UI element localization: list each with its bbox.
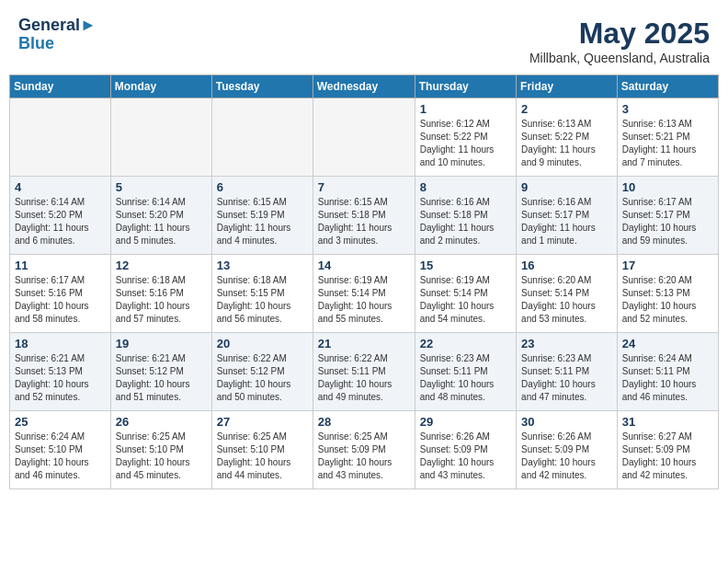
calendar-day-cell: 26Sunrise: 6:25 AMSunset: 5:10 PMDayligh… bbox=[110, 411, 211, 489]
calendar-day-cell: 20Sunrise: 6:22 AMSunset: 5:12 PMDayligh… bbox=[211, 333, 313, 411]
day-number: 19 bbox=[116, 337, 207, 350]
calendar-day-cell: 16Sunrise: 6:20 AMSunset: 5:14 PMDayligh… bbox=[517, 255, 618, 333]
day-info: Sunrise: 6:19 AMSunset: 5:14 PMDaylight:… bbox=[318, 274, 410, 326]
day-info: Sunrise: 6:26 AMSunset: 5:09 PMDaylight:… bbox=[521, 431, 612, 482]
day-number: 13 bbox=[217, 259, 308, 272]
calendar-day-cell: 21Sunrise: 6:22 AMSunset: 5:11 PMDayligh… bbox=[313, 333, 415, 411]
day-number: 7 bbox=[318, 180, 410, 194]
calendar-day-cell: 27Sunrise: 6:25 AMSunset: 5:10 PMDayligh… bbox=[211, 411, 313, 489]
calendar-day-cell: 17Sunrise: 6:20 AMSunset: 5:13 PMDayligh… bbox=[617, 255, 718, 333]
weekday-header-row: SundayMondayTuesdayWednesdayThursdayFrid… bbox=[10, 75, 719, 98]
calendar-day-cell: 25Sunrise: 6:24 AMSunset: 5:10 PMDayligh… bbox=[10, 411, 111, 489]
weekday-header-cell: Tuesday bbox=[211, 75, 313, 98]
calendar-body: 1Sunrise: 6:12 AMSunset: 5:22 PMDaylight… bbox=[10, 98, 719, 489]
calendar-day-cell: 15Sunrise: 6:19 AMSunset: 5:14 PMDayligh… bbox=[415, 255, 516, 333]
calendar-day-cell: 19Sunrise: 6:21 AMSunset: 5:12 PMDayligh… bbox=[110, 333, 211, 411]
calendar-day-cell: 14Sunrise: 6:19 AMSunset: 5:14 PMDayligh… bbox=[313, 255, 415, 333]
day-number: 20 bbox=[217, 337, 308, 350]
day-info: Sunrise: 6:17 AMSunset: 5:17 PMDaylight:… bbox=[622, 196, 713, 247]
day-number: 28 bbox=[318, 415, 410, 429]
weekday-header-cell: Wednesday bbox=[313, 75, 415, 98]
day-info: Sunrise: 6:16 AMSunset: 5:18 PMDaylight:… bbox=[420, 196, 511, 247]
day-number: 22 bbox=[420, 337, 511, 350]
weekday-header-cell: Sunday bbox=[10, 75, 111, 98]
day-info: Sunrise: 6:15 AMSunset: 5:18 PMDaylight:… bbox=[318, 196, 410, 247]
day-number: 23 bbox=[521, 337, 612, 350]
calendar-day-cell: 11Sunrise: 6:17 AMSunset: 5:16 PMDayligh… bbox=[10, 255, 111, 333]
calendar-day-cell bbox=[110, 98, 211, 177]
day-info: Sunrise: 6:24 AMSunset: 5:11 PMDaylight:… bbox=[622, 352, 713, 404]
day-info: Sunrise: 6:14 AMSunset: 5:20 PMDaylight:… bbox=[15, 196, 106, 247]
calendar-week-row: 18Sunrise: 6:21 AMSunset: 5:13 PMDayligh… bbox=[10, 333, 719, 411]
day-info: Sunrise: 6:23 AMSunset: 5:11 PMDaylight:… bbox=[420, 352, 511, 404]
logo: General►Blue bbox=[18, 17, 97, 53]
day-number: 21 bbox=[318, 337, 410, 350]
calendar-day-cell: 13Sunrise: 6:18 AMSunset: 5:15 PMDayligh… bbox=[211, 255, 313, 333]
calendar-day-cell: 10Sunrise: 6:17 AMSunset: 5:17 PMDayligh… bbox=[617, 177, 718, 255]
day-number: 14 bbox=[318, 259, 410, 272]
day-info: Sunrise: 6:13 AMSunset: 5:21 PMDaylight:… bbox=[622, 118, 713, 169]
day-info: Sunrise: 6:20 AMSunset: 5:14 PMDaylight:… bbox=[521, 274, 612, 326]
day-info: Sunrise: 6:17 AMSunset: 5:16 PMDaylight:… bbox=[15, 274, 106, 326]
calendar-day-cell: 24Sunrise: 6:24 AMSunset: 5:11 PMDayligh… bbox=[617, 333, 718, 411]
calendar-day-cell: 4Sunrise: 6:14 AMSunset: 5:20 PMDaylight… bbox=[10, 177, 111, 255]
day-info: Sunrise: 6:25 AMSunset: 5:10 PMDaylight:… bbox=[116, 431, 207, 482]
calendar-day-cell: 28Sunrise: 6:25 AMSunset: 5:09 PMDayligh… bbox=[313, 411, 415, 489]
calendar-day-cell: 6Sunrise: 6:15 AMSunset: 5:19 PMDaylight… bbox=[211, 177, 313, 255]
calendar-day-cell: 7Sunrise: 6:15 AMSunset: 5:18 PMDaylight… bbox=[313, 177, 415, 255]
day-info: Sunrise: 6:13 AMSunset: 5:22 PMDaylight:… bbox=[521, 118, 612, 169]
title-block: May 2025 Millbank, Queensland, Australia bbox=[529, 17, 710, 65]
day-number: 1 bbox=[420, 102, 511, 116]
day-info: Sunrise: 6:20 AMSunset: 5:13 PMDaylight:… bbox=[622, 274, 713, 326]
day-info: Sunrise: 6:16 AMSunset: 5:17 PMDaylight:… bbox=[521, 196, 612, 247]
day-info: Sunrise: 6:21 AMSunset: 5:12 PMDaylight:… bbox=[116, 352, 207, 404]
day-number: 30 bbox=[521, 415, 612, 429]
calendar-table: SundayMondayTuesdayWednesdayThursdayFrid… bbox=[9, 75, 719, 489]
day-info: Sunrise: 6:25 AMSunset: 5:09 PMDaylight:… bbox=[318, 431, 410, 482]
calendar-day-cell: 18Sunrise: 6:21 AMSunset: 5:13 PMDayligh… bbox=[10, 333, 111, 411]
day-info: Sunrise: 6:26 AMSunset: 5:09 PMDaylight:… bbox=[420, 431, 511, 482]
calendar-day-cell bbox=[211, 98, 313, 177]
day-number: 4 bbox=[15, 180, 106, 194]
day-number: 16 bbox=[521, 259, 612, 272]
weekday-header-cell: Monday bbox=[110, 75, 211, 98]
calendar-day-cell: 23Sunrise: 6:23 AMSunset: 5:11 PMDayligh… bbox=[517, 333, 618, 411]
calendar-week-row: 4Sunrise: 6:14 AMSunset: 5:20 PMDaylight… bbox=[10, 177, 719, 255]
calendar-day-cell: 12Sunrise: 6:18 AMSunset: 5:16 PMDayligh… bbox=[110, 255, 211, 333]
day-number: 2 bbox=[521, 102, 612, 116]
location-title: Millbank, Queensland, Australia bbox=[529, 51, 710, 65]
day-info: Sunrise: 6:24 AMSunset: 5:10 PMDaylight:… bbox=[15, 431, 106, 482]
calendar-week-row: 11Sunrise: 6:17 AMSunset: 5:16 PMDayligh… bbox=[10, 255, 719, 333]
calendar-day-cell: 5Sunrise: 6:14 AMSunset: 5:20 PMDaylight… bbox=[110, 177, 211, 255]
calendar-day-cell: 3Sunrise: 6:13 AMSunset: 5:21 PMDaylight… bbox=[617, 98, 718, 177]
day-info: Sunrise: 6:25 AMSunset: 5:10 PMDaylight:… bbox=[217, 431, 308, 482]
day-info: Sunrise: 6:27 AMSunset: 5:09 PMDaylight:… bbox=[622, 431, 713, 482]
day-number: 3 bbox=[622, 102, 713, 116]
day-info: Sunrise: 6:21 AMSunset: 5:13 PMDaylight:… bbox=[15, 352, 106, 404]
day-number: 29 bbox=[420, 415, 511, 429]
calendar-week-row: 1Sunrise: 6:12 AMSunset: 5:22 PMDaylight… bbox=[10, 98, 719, 177]
calendar-day-cell: 2Sunrise: 6:13 AMSunset: 5:22 PMDaylight… bbox=[517, 98, 618, 177]
calendar-day-cell: 1Sunrise: 6:12 AMSunset: 5:22 PMDaylight… bbox=[415, 98, 516, 177]
day-info: Sunrise: 6:18 AMSunset: 5:16 PMDaylight:… bbox=[116, 274, 207, 326]
day-info: Sunrise: 6:14 AMSunset: 5:20 PMDaylight:… bbox=[116, 196, 207, 247]
day-number: 10 bbox=[622, 180, 713, 194]
day-info: Sunrise: 6:19 AMSunset: 5:14 PMDaylight:… bbox=[420, 274, 511, 326]
day-number: 6 bbox=[217, 180, 308, 194]
day-number: 12 bbox=[116, 259, 207, 272]
day-number: 31 bbox=[622, 415, 713, 429]
calendar-week-row: 25Sunrise: 6:24 AMSunset: 5:10 PMDayligh… bbox=[10, 411, 719, 489]
day-number: 25 bbox=[15, 415, 106, 429]
calendar-day-cell: 9Sunrise: 6:16 AMSunset: 5:17 PMDaylight… bbox=[517, 177, 618, 255]
weekday-header-cell: Friday bbox=[517, 75, 618, 98]
month-title: May 2025 bbox=[529, 17, 710, 51]
weekday-header-cell: Thursday bbox=[415, 75, 516, 98]
day-number: 18 bbox=[15, 337, 106, 350]
calendar-day-cell: 29Sunrise: 6:26 AMSunset: 5:09 PMDayligh… bbox=[415, 411, 516, 489]
day-number: 5 bbox=[116, 180, 207, 194]
day-number: 17 bbox=[622, 259, 713, 272]
day-number: 15 bbox=[420, 259, 511, 272]
calendar-day-cell: 31Sunrise: 6:27 AMSunset: 5:09 PMDayligh… bbox=[617, 411, 718, 489]
weekday-header-cell: Saturday bbox=[617, 75, 718, 98]
calendar-day-cell: 8Sunrise: 6:16 AMSunset: 5:18 PMDaylight… bbox=[415, 177, 516, 255]
